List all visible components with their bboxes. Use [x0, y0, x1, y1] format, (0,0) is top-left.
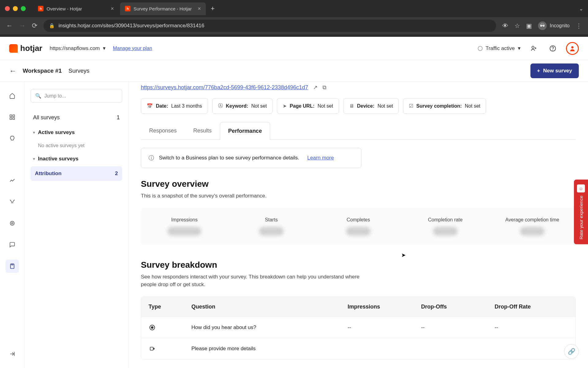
survey-url-link[interactable]: https://surveys.hotjar.com/776ba2cd-5699…: [141, 84, 308, 91]
traffic-status-selector[interactable]: Traffic active ▾: [478, 45, 521, 52]
tab-performance[interactable]: Performance: [220, 122, 270, 140]
table-row: Please provide more details: [141, 338, 575, 359]
filter-bar: 📅 Date: Last 3 months Ⓐ Keyword: Not set…: [141, 98, 576, 114]
browser-tab-bar: h Overview - Hotjar × h Survey Performan…: [0, 0, 588, 17]
home-icon[interactable]: [6, 89, 19, 102]
blurred-value: [520, 227, 545, 236]
nav-rail: [0, 82, 24, 368]
close-tab-icon[interactable]: ×: [111, 6, 114, 12]
url-field[interactable]: 🔒 insights.hotjar.com/sites/3090413/surv…: [43, 20, 496, 32]
expand-sidebar-icon[interactable]: [6, 347, 19, 361]
filter-device[interactable]: 🖥 Device: Not set: [343, 98, 399, 114]
browser-tab-overview[interactable]: h Overview - Hotjar ×: [33, 2, 119, 15]
addr-icons: 👁 ☆ ▣ 🕶 Incognito ⋮: [502, 21, 582, 30]
blurred-value: [259, 227, 284, 236]
browser-tab-performance[interactable]: h Survey Performance - Hotjar ×: [120, 2, 206, 15]
manage-plan-link[interactable]: Manage your plan: [113, 46, 152, 51]
reload-button-icon[interactable]: ⟳: [32, 22, 37, 30]
highlights-icon[interactable]: [6, 132, 19, 145]
device-icon: 🖥: [349, 103, 354, 109]
th-type: Type: [149, 304, 191, 310]
svg-rect-4: [10, 115, 12, 117]
minimize-window-icon[interactable]: [13, 6, 18, 11]
filter-keyword[interactable]: Ⓐ Keyword: Not set: [212, 98, 273, 114]
trends-icon[interactable]: [6, 174, 19, 187]
back-button-icon[interactable]: ←: [6, 22, 13, 30]
close-window-icon[interactable]: [5, 6, 10, 11]
learn-more-link[interactable]: Learn more: [307, 155, 334, 161]
jump-to-input[interactable]: 🔍 Jump to...: [31, 89, 122, 103]
keyword-icon: Ⓐ: [218, 103, 223, 109]
incognito-label: Incognito: [550, 23, 570, 29]
kebab-menu-icon[interactable]: ⋮: [576, 22, 582, 29]
extensions-icon[interactable]: ▣: [526, 22, 532, 29]
surveys-icon[interactable]: [6, 259, 19, 273]
tab-title: Survey Performance - Hotjar: [134, 6, 194, 11]
site-selector[interactable]: https://snapflows.com ▾: [50, 45, 105, 52]
question-text: Please provide more details: [191, 346, 348, 352]
checkbox-icon: ☑: [409, 103, 413, 109]
bookmark-star-icon[interactable]: ☆: [514, 22, 520, 29]
inactive-surveys-group[interactable]: ▾ Inactive surveys: [31, 151, 122, 166]
hotjar-logo[interactable]: hotjar: [9, 44, 42, 53]
feedback-icon[interactable]: [6, 238, 19, 251]
new-tab-button[interactable]: +: [211, 5, 215, 13]
dashboard-icon[interactable]: [6, 110, 19, 124]
window-controls: [5, 6, 26, 11]
eye-off-icon[interactable]: 👁: [502, 22, 508, 29]
filter-completion[interactable]: ☑ Survey completion: Not set: [403, 98, 486, 114]
breakdown-title: Survey breakdown: [141, 260, 576, 270]
close-tab-icon[interactable]: ×: [198, 6, 201, 12]
heatmaps-icon[interactable]: [6, 217, 19, 230]
sidebar-item-label: Attribution: [35, 171, 62, 177]
invite-user-icon[interactable]: [528, 43, 540, 54]
th-dropoff-rate: Drop-Off Rate: [495, 304, 568, 310]
traffic-status-label: Traffic active: [486, 45, 515, 52]
breakdown-table: Type Question Impressions Drop-Offs Drop…: [141, 297, 576, 359]
workspace-name[interactable]: Workspace #1: [23, 67, 62, 74]
metric-label: Completion rate: [408, 217, 483, 223]
th-dropoffs: Drop-Offs: [421, 304, 495, 310]
incognito-icon: 🕶: [538, 21, 547, 30]
overview-metrics: Impressions Starts Completes Completion …: [141, 208, 576, 245]
subheader: ← Workspace #1 Surveys + New survey: [0, 60, 588, 82]
back-arrow-icon[interactable]: ←: [9, 67, 17, 75]
active-surveys-empty: No active surveys yet: [31, 140, 122, 151]
external-link-icon[interactable]: ↗: [313, 84, 318, 91]
funnels-icon[interactable]: [6, 195, 19, 209]
sidebar-item-attribution[interactable]: Attribution 2: [31, 166, 122, 181]
filter-label: Date:: [156, 103, 168, 109]
tab-responses[interactable]: Responses: [141, 122, 185, 140]
upgrade-notice: ⓘ Switch to a Business plan to see surve…: [141, 148, 361, 168]
tab-overflow-icon[interactable]: ⌄: [579, 6, 583, 12]
svg-point-2: [553, 50, 553, 50]
sidebar-item-count: 2: [115, 171, 118, 177]
th-question: Question: [191, 304, 348, 310]
content-tabs: Responses Results Performance: [141, 122, 576, 140]
rate-experience-tab[interactable]: Rate your experience ☺: [574, 180, 588, 244]
filter-label: Survey completion:: [416, 103, 462, 109]
user-avatar[interactable]: [566, 42, 579, 55]
metric-completes: Completes: [321, 217, 396, 236]
filter-date[interactable]: 📅 Date: Last 3 months: [141, 98, 208, 114]
metric-impressions: Impressions: [147, 217, 222, 236]
rate-tab-label: Rate your experience: [579, 196, 584, 240]
chevron-down-icon: ▾: [518, 45, 521, 52]
info-icon: ⓘ: [149, 154, 154, 162]
section-name[interactable]: Surveys: [68, 67, 89, 74]
table-row: How did you hear about us? -- -- --: [141, 317, 575, 338]
help-icon[interactable]: [547, 43, 559, 54]
filter-pageurl[interactable]: ➤ Page URL: Not set: [277, 98, 339, 114]
incognito-badge[interactable]: 🕶 Incognito: [538, 21, 570, 30]
lock-icon: 🔒: [49, 23, 55, 29]
tab-results[interactable]: Results: [185, 122, 220, 140]
new-survey-button[interactable]: + New survey: [530, 63, 579, 78]
all-surveys-row[interactable]: All surveys 1: [31, 110, 122, 125]
copy-icon[interactable]: ⧉: [322, 84, 326, 91]
active-surveys-group[interactable]: ▾ Active surveys: [31, 125, 122, 140]
cell-dropoffs: --: [421, 324, 495, 331]
svg-point-9: [10, 221, 14, 225]
maximize-window-icon[interactable]: [21, 6, 26, 11]
svg-rect-6: [10, 118, 12, 120]
share-link-fab[interactable]: 🔗: [564, 344, 579, 359]
